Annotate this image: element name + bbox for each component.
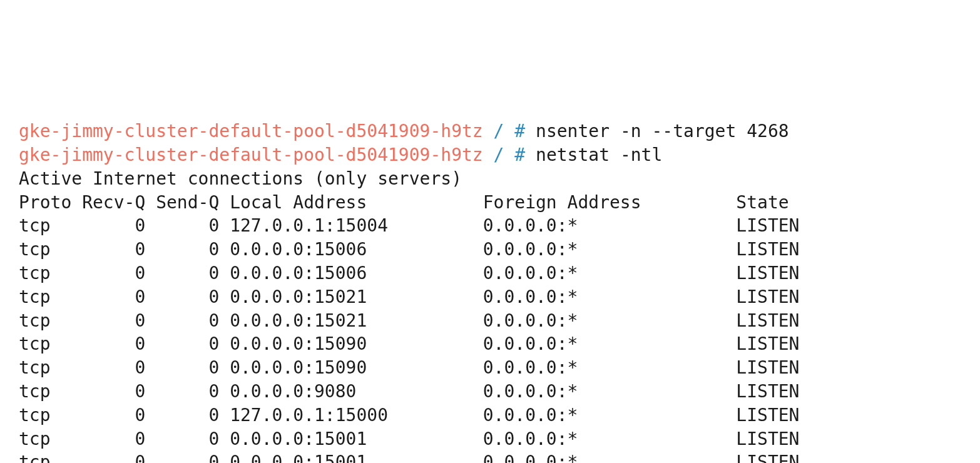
path: / [494,121,504,141]
terminal-output: gke-jimmy-cluster-default-pool-d5041909-… [19,120,961,463]
table-row: tcp 0 0 0.0.0.0:15006 0.0.0.0:* LISTEN [19,238,961,262]
table-row: tcp 0 0 0.0.0.0:15090 0.0.0.0:* LISTEN [19,332,961,356]
output-line: Active Internet connections (only server… [19,167,961,191]
command-text: netstat -ntl [536,145,662,165]
prompt-symbol: # [514,145,525,165]
table-row: tcp 0 0 127.0.0.1:15000 0.0.0.0:* LISTEN [19,404,961,427]
hostname: gke-jimmy-cluster-default-pool-d5041909-… [19,121,483,141]
table-row: tcp 0 0 0.0.0.0:15001 0.0.0.0:* LISTEN [19,427,961,451]
table-row: tcp 0 0 0.0.0.0:15001 0.0.0.0:* LISTEN [19,450,961,463]
prompt-line: gke-jimmy-cluster-default-pool-d5041909-… [19,143,961,167]
hostname: gke-jimmy-cluster-default-pool-d5041909-… [19,145,483,165]
table-row: tcp 0 0 0.0.0.0:15006 0.0.0.0:* LISTEN [19,262,961,285]
table-row: tcp 0 0 127.0.0.1:15004 0.0.0.0:* LISTEN [19,214,961,238]
prompt-line: gke-jimmy-cluster-default-pool-d5041909-… [19,120,961,143]
table-row: tcp 0 0 0.0.0.0:9080 0.0.0.0:* LISTEN [19,380,961,404]
prompt-symbol: # [514,121,525,141]
path: / [494,145,504,165]
command-text: nsenter -n --target 4268 [536,121,789,141]
table-header: Proto Recv-Q Send-Q Local Address Foreig… [19,191,961,215]
table-row: tcp 0 0 0.0.0.0:15021 0.0.0.0:* LISTEN [19,285,961,309]
table-row: tcp 0 0 0.0.0.0:15021 0.0.0.0:* LISTEN [19,309,961,333]
table-row: tcp 0 0 0.0.0.0:15090 0.0.0.0:* LISTEN [19,356,961,380]
